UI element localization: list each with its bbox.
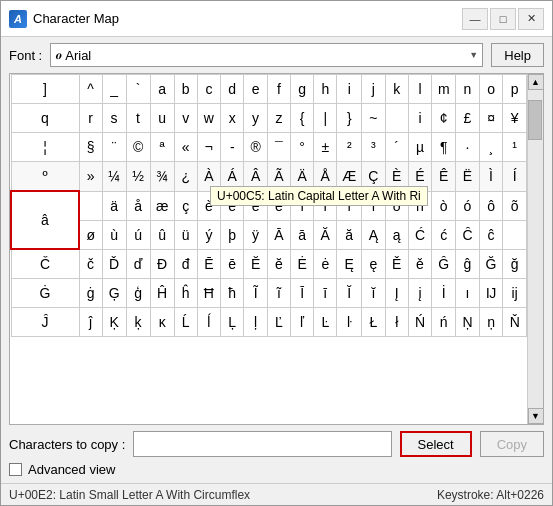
char-cell[interactable]: Ă [314,220,337,249]
char-cell[interactable]: Ĭ [337,279,362,308]
char-cell[interactable]: Ė [291,249,314,279]
char-cell[interactable]: Ĵ [11,308,79,337]
char-cell[interactable]: æ [150,191,174,220]
char-cell[interactable]: ĝ [456,249,479,279]
char-cell[interactable]: ņ [479,308,503,337]
char-cell[interactable]: Ĥ [150,279,174,308]
char-cell[interactable]: i [337,75,362,104]
char-cell[interactable]: ı [456,279,479,308]
char-cell[interactable]: - [221,133,244,162]
char-cell[interactable]: ę [362,249,385,279]
char-cell[interactable]: Ā [267,220,290,249]
char-cell[interactable]: ¿ [174,162,197,192]
char-cell[interactable]: å [126,191,150,220]
char-cell[interactable]: i [408,104,431,133]
char-cell[interactable]: } [337,104,362,133]
char-cell[interactable]: t [126,104,150,133]
char-cell[interactable]: { [291,104,314,133]
char-cell[interactable]: ė [314,249,337,279]
char-cell[interactable]: µ [408,133,431,162]
big-char-cell[interactable]: â [11,191,79,249]
char-cell[interactable]: Č [11,249,79,279]
minimize-button[interactable]: — [462,8,488,30]
char-cell[interactable]: ġ [79,279,102,308]
char-cell[interactable]: ½ [126,162,150,192]
maximize-button[interactable]: □ [490,8,516,30]
char-cell[interactable]: Ĳ [479,279,503,308]
char-cell[interactable]: ¨ [102,133,126,162]
char-cell[interactable]: r [79,104,102,133]
char-cell[interactable]: ĳ [503,279,527,308]
char-cell[interactable]: ù [102,220,126,249]
char-cell[interactable]: p [503,75,527,104]
char-cell[interactable]: ¬ [197,133,220,162]
char-cell[interactable]: ª [150,133,174,162]
char-cell[interactable]: b [174,75,197,104]
char-cell[interactable]: ¶ [432,133,456,162]
char-cell[interactable]: _ [102,75,126,104]
select-button[interactable]: Select [400,431,472,457]
char-cell[interactable]: u [150,104,174,133]
char-cell[interactable]: ô [479,191,503,220]
char-cell[interactable]: ä [102,191,126,220]
char-cell[interactable]: z [267,104,290,133]
char-cell[interactable]: ± [314,133,337,162]
char-cell[interactable]: ī [314,279,337,308]
char-cell[interactable]: Ğ [479,249,503,279]
char-cell[interactable]: ¥ [503,104,527,133]
char-cell[interactable]: ú [126,220,150,249]
char-cell[interactable]: Ě [385,249,408,279]
char-cell[interactable]: | [314,104,337,133]
char-cell[interactable]: l [408,75,431,104]
copy-button[interactable]: Copy [480,431,544,457]
char-cell[interactable]: « [174,133,197,162]
char-cell[interactable]: ķ [126,308,150,337]
char-cell[interactable]: q [11,104,79,133]
char-cell[interactable]: d [221,75,244,104]
char-cell[interactable]: ç [174,191,197,220]
scrollbar-up-button[interactable]: ▲ [528,74,544,90]
char-cell[interactable]: ¸ [479,133,503,162]
char-cell[interactable]: ÿ [244,220,268,249]
char-cell[interactable]: ĩ [267,279,290,308]
char-cell[interactable]: o [479,75,503,104]
close-button[interactable]: ✕ [518,8,544,30]
char-cell[interactable]: f [267,75,290,104]
char-cell[interactable] [503,220,527,249]
char-cell[interactable]: û [150,220,174,249]
char-cell[interactable]: ń [432,308,456,337]
char-cell[interactable]: · [456,133,479,162]
char-cell[interactable]: ` [126,75,150,104]
char-cell[interactable]: ĥ [174,279,197,308]
char-cell[interactable]: ò [432,191,456,220]
char-cell[interactable]: Ĉ [456,220,479,249]
char-cell[interactable]: £ [456,104,479,133]
char-cell[interactable]: ¾ [150,162,174,192]
char-cell[interactable]: ě [408,249,431,279]
char-cell[interactable]: Ņ [456,308,479,337]
char-cell[interactable]: ¹ [503,133,527,162]
char-cell[interactable]: s [102,104,126,133]
char-cell[interactable]: ó [456,191,479,220]
char-cell[interactable]: j [362,75,385,104]
char-cell[interactable]: y [244,104,268,133]
char-cell[interactable]: ĺ [197,308,220,337]
char-cell[interactable]: ¯ [267,133,290,162]
char-cell[interactable]: ĸ [150,308,174,337]
char-cell[interactable]: ~ [362,104,385,133]
char-cell[interactable]: m [432,75,456,104]
char-cell[interactable]: w [197,104,220,133]
char-cell[interactable] [79,191,102,220]
char-cell[interactable] [385,104,408,133]
char-cell[interactable]: þ [221,220,244,249]
char-cell[interactable]: h [314,75,337,104]
char-cell[interactable]: č [79,249,102,279]
char-cell[interactable]: Ń [408,308,431,337]
char-cell[interactable]: Ĝ [432,249,456,279]
char-cell[interactable]: Đ [150,249,174,279]
char-cell[interactable]: Ą [362,220,385,249]
char-cell[interactable]: ł [385,308,408,337]
char-cell[interactable]: ļ [244,308,268,337]
help-button[interactable]: Help [491,43,544,67]
char-cell[interactable]: Ľ [267,308,290,337]
